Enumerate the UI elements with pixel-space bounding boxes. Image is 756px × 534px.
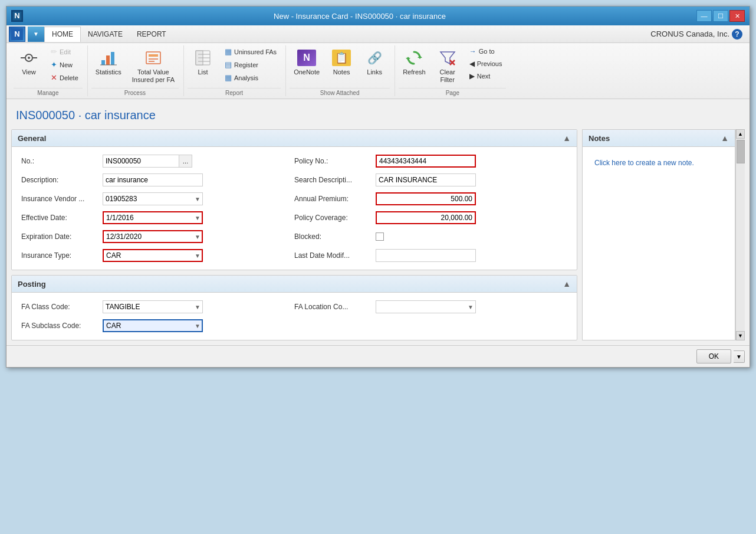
ribbon-show-attached-group: N OneNote 📋 Notes 🔗 Links Show	[287, 45, 395, 96]
page-group-label: Page	[399, 88, 506, 96]
nav-dropdown-button[interactable]: ▼	[28, 27, 44, 42]
register-button[interactable]: ▤ Register	[221, 58, 281, 71]
next-button[interactable]: ▶ Next	[465, 70, 507, 82]
report-small-buttons: ▦ Uninsured FAs ▤ Register ▦ Analysis	[221, 45, 281, 84]
scroll-up-button[interactable]: ▲	[736, 129, 745, 139]
view-icon	[19, 48, 38, 67]
menu-report[interactable]: REPORT	[130, 27, 173, 42]
general-section-body: No.: … Description:	[12, 147, 577, 270]
goto-button[interactable]: → Go to	[465, 45, 507, 57]
search-desc-row: Search Descripti...	[294, 173, 567, 187]
fa-location-wrapper: ▼	[376, 300, 476, 313]
policy-no-input[interactable]	[376, 155, 476, 168]
insurance-type-wrapper: CAR ▼	[103, 249, 203, 262]
fa-location-select[interactable]	[376, 300, 476, 313]
general-collapse-button[interactable]: ▲	[563, 133, 571, 143]
blocked-checkbox[interactable]	[376, 232, 384, 241]
no-label: No.:	[21, 157, 98, 165]
search-desc-input[interactable]	[376, 173, 476, 186]
fa-class-wrapper: TANGIBLE ▼	[103, 300, 203, 313]
close-button[interactable]: ✕	[729, 10, 745, 22]
minimize-button[interactable]: —	[696, 10, 712, 22]
statistics-button[interactable]: Statistics	[91, 45, 126, 79]
ok-dropdown-button[interactable]: ▼	[734, 350, 745, 363]
policy-coverage-row: Policy Coverage:	[294, 211, 567, 225]
edit-icon: ✏	[51, 47, 57, 56]
window-title: New - Insurance Card - INS000050 · car i…	[23, 12, 696, 21]
svg-rect-9	[106, 55, 110, 65]
policy-coverage-label: Policy Coverage:	[294, 214, 371, 222]
svg-marker-21	[418, 55, 422, 58]
notes-section-title: Notes	[589, 134, 610, 143]
left-panel: General ▲ No.: …	[11, 129, 577, 340]
notes-body: Click here to create a new note.	[583, 147, 735, 179]
notes-button[interactable]: 📋 Notes	[326, 45, 357, 79]
clear-filter-button[interactable]: Clear Filter	[432, 45, 463, 87]
blocked-row: Blocked:	[294, 230, 567, 244]
expiration-date-wrapper: 12/31/2020 ▼	[103, 230, 203, 243]
onenote-button[interactable]: N OneNote	[290, 45, 324, 79]
goto-icon: →	[469, 47, 476, 55]
scroll-down-button[interactable]: ▼	[736, 331, 745, 340]
posting-collapse-button[interactable]: ▲	[563, 279, 571, 289]
insurance-vendor-row: Insurance Vendor ... 01905283 ▼	[21, 192, 294, 206]
expiration-date-select[interactable]: 12/31/2020	[103, 230, 203, 243]
general-section: General ▲ No.: …	[11, 129, 577, 270]
fa-subclass-select[interactable]: CAR	[103, 319, 203, 332]
notes-collapse-button[interactable]: ▲	[721, 133, 729, 143]
general-form-grid: No.: … Description:	[21, 154, 567, 263]
list-icon	[193, 48, 212, 67]
last-date-input[interactable]	[376, 249, 476, 262]
general-section-title: General	[18, 134, 46, 143]
uninsured-fas-button[interactable]: ▦ Uninsured FAs	[221, 45, 281, 58]
links-button[interactable]: 🔗 Links	[359, 45, 390, 79]
window-controls: — ☐ ✕	[696, 10, 745, 22]
ribbon: View ✏ Edit ✦ New ✕ Delete	[6, 43, 750, 99]
fa-class-select[interactable]: TANGIBLE	[103, 300, 203, 313]
general-section-header: General ▲	[12, 130, 577, 147]
ribbon-process-group: Statistics Total Value Insured per FA Pr…	[89, 45, 184, 96]
svg-point-7	[28, 57, 30, 59]
delete-icon: ✕	[51, 73, 57, 82]
previous-icon: ◀	[469, 60, 475, 68]
new-button[interactable]: ✦ New	[47, 58, 83, 71]
scroll-track	[736, 139, 745, 331]
list-button[interactable]: List	[188, 45, 218, 79]
onenote-icon: N	[297, 48, 316, 67]
annual-premium-input[interactable]	[376, 192, 476, 205]
delete-button[interactable]: ✕ Delete	[47, 71, 83, 84]
menu-home[interactable]: HOME	[44, 27, 81, 42]
main-window: N New - Insurance Card - INS000050 · car…	[6, 6, 750, 368]
edit-button[interactable]: ✏ Edit	[47, 45, 83, 58]
view-button[interactable]: View	[14, 45, 44, 79]
analysis-button[interactable]: ▦ Analysis	[221, 71, 281, 84]
help-icon[interactable]: ?	[732, 29, 742, 40]
title-bar: N New - Insurance Card - INS000050 · car…	[6, 6, 750, 25]
previous-button[interactable]: ◀ Previous	[465, 58, 507, 70]
maximize-button[interactable]: ☐	[713, 10, 728, 22]
show-attached-group-label: Show Attached	[290, 88, 390, 96]
refresh-button[interactable]: Refresh	[399, 45, 430, 79]
insurance-type-select[interactable]: CAR	[103, 249, 203, 262]
notes-section: Notes ▲ Click here to create a new note.	[582, 129, 735, 340]
policy-no-label: Policy No.:	[294, 157, 371, 165]
ok-button[interactable]: OK	[696, 349, 731, 363]
effective-date-select[interactable]: 1/1/2016	[103, 211, 203, 224]
blocked-label: Blocked:	[294, 232, 371, 241]
no-input[interactable]	[103, 155, 179, 168]
menu-bar: N ▼ HOME NAVIGATE REPORT CRONUS Canada, …	[6, 25, 750, 43]
menu-navigate[interactable]: NAVIGATE	[81, 27, 130, 42]
scroll-thumb[interactable]	[737, 140, 745, 163]
create-note-link[interactable]: Click here to create a new note.	[587, 152, 730, 174]
posting-section-header: Posting ▲	[12, 276, 577, 293]
description-input[interactable]	[103, 173, 203, 186]
policy-coverage-input[interactable]	[376, 211, 476, 224]
insurance-vendor-select[interactable]: 01905283	[103, 192, 203, 205]
total-value-button[interactable]: Total Value Insured per FA	[128, 45, 179, 87]
links-icon: 🔗	[365, 48, 384, 67]
right-layout: Notes ▲ Click here to create a new note.…	[582, 129, 745, 340]
no-input-group: …	[103, 155, 192, 168]
description-row: Description:	[21, 173, 294, 187]
no-lookup-button[interactable]: …	[179, 155, 192, 168]
ribbon-manage-group: View ✏ Edit ✦ New ✕ Delete	[11, 45, 88, 96]
